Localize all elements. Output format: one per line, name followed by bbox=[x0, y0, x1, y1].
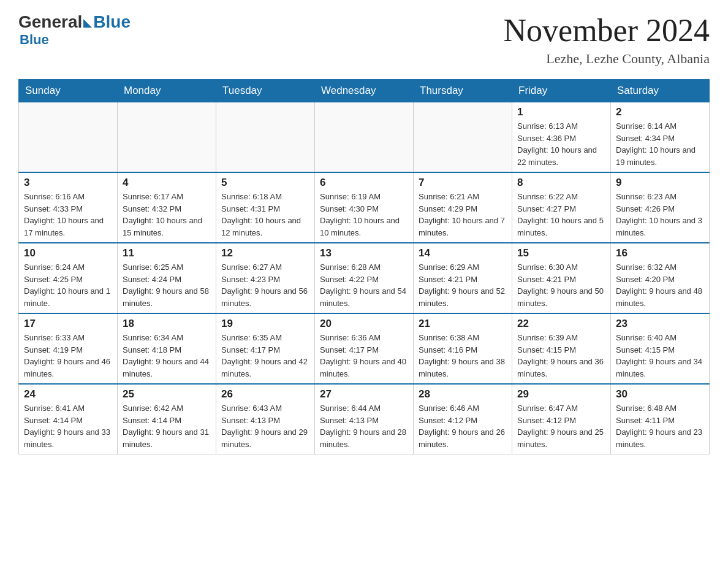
day-number: 9 bbox=[616, 177, 704, 189]
calendar-day-cell: 3Sunrise: 6:16 AMSunset: 4:33 PMDaylight… bbox=[19, 172, 118, 243]
day-info: Sunrise: 6:38 AMSunset: 4:16 PMDaylight:… bbox=[419, 332, 507, 380]
calendar-week-row: 17Sunrise: 6:33 AMSunset: 4:19 PMDayligh… bbox=[19, 313, 710, 384]
day-info: Sunrise: 6:30 AMSunset: 4:21 PMDaylight:… bbox=[517, 261, 605, 309]
day-number: 8 bbox=[517, 177, 605, 189]
calendar-day-cell: 24Sunrise: 6:41 AMSunset: 4:14 PMDayligh… bbox=[19, 384, 118, 454]
day-info: Sunrise: 6:42 AMSunset: 4:14 PMDaylight:… bbox=[123, 402, 211, 450]
calendar-week-row: 3Sunrise: 6:16 AMSunset: 4:33 PMDaylight… bbox=[19, 172, 710, 243]
calendar-day-cell: 30Sunrise: 6:48 AMSunset: 4:11 PMDayligh… bbox=[611, 384, 710, 454]
day-number: 18 bbox=[123, 318, 211, 330]
calendar-day-cell: 29Sunrise: 6:47 AMSunset: 4:12 PMDayligh… bbox=[512, 384, 611, 454]
day-info: Sunrise: 6:29 AMSunset: 4:21 PMDaylight:… bbox=[419, 261, 507, 309]
calendar-day-cell: 10Sunrise: 6:24 AMSunset: 4:25 PMDayligh… bbox=[19, 243, 118, 313]
calendar-day-cell: 20Sunrise: 6:36 AMSunset: 4:17 PMDayligh… bbox=[315, 313, 414, 384]
day-number: 15 bbox=[517, 247, 605, 259]
day-of-week-header: Wednesday bbox=[315, 80, 414, 102]
day-info: Sunrise: 6:13 AMSunset: 4:36 PMDaylight:… bbox=[517, 120, 605, 168]
calendar-day-cell: 17Sunrise: 6:33 AMSunset: 4:19 PMDayligh… bbox=[19, 313, 118, 384]
calendar-week-row: 24Sunrise: 6:41 AMSunset: 4:14 PMDayligh… bbox=[19, 384, 710, 454]
day-info: Sunrise: 6:34 AMSunset: 4:18 PMDaylight:… bbox=[123, 332, 211, 380]
day-number: 6 bbox=[320, 177, 408, 189]
calendar-day-cell: 9Sunrise: 6:23 AMSunset: 4:26 PMDaylight… bbox=[611, 172, 710, 243]
calendar-table: SundayMondayTuesdayWednesdayThursdayFrid… bbox=[18, 79, 710, 454]
calendar-day-cell: 22Sunrise: 6:39 AMSunset: 4:15 PMDayligh… bbox=[512, 313, 611, 384]
title-block: November 2024 Lezhe, Lezhe County, Alban… bbox=[504, 12, 710, 67]
day-info: Sunrise: 6:24 AMSunset: 4:25 PMDaylight:… bbox=[24, 261, 112, 309]
day-info: Sunrise: 6:46 AMSunset: 4:12 PMDaylight:… bbox=[419, 402, 507, 450]
day-info: Sunrise: 6:16 AMSunset: 4:33 PMDaylight:… bbox=[24, 191, 112, 239]
calendar-day-cell: 5Sunrise: 6:18 AMSunset: 4:31 PMDaylight… bbox=[216, 172, 315, 243]
calendar-day-cell bbox=[315, 102, 414, 173]
calendar-day-cell: 13Sunrise: 6:28 AMSunset: 4:22 PMDayligh… bbox=[315, 243, 414, 313]
logo-general-text: General bbox=[18, 12, 82, 32]
day-number: 25 bbox=[123, 388, 211, 400]
day-number: 1 bbox=[517, 106, 605, 118]
calendar-day-cell: 28Sunrise: 6:46 AMSunset: 4:12 PMDayligh… bbox=[414, 384, 512, 454]
day-number: 7 bbox=[419, 177, 507, 189]
calendar-day-cell bbox=[414, 102, 512, 173]
day-number: 3 bbox=[24, 177, 112, 189]
day-number: 2 bbox=[616, 106, 704, 118]
day-info: Sunrise: 6:14 AMSunset: 4:34 PMDaylight:… bbox=[616, 120, 704, 168]
day-number: 29 bbox=[517, 388, 605, 400]
logo-triangle-icon bbox=[83, 19, 92, 28]
day-info: Sunrise: 6:36 AMSunset: 4:17 PMDaylight:… bbox=[320, 332, 408, 380]
day-number: 16 bbox=[616, 247, 704, 259]
day-info: Sunrise: 6:41 AMSunset: 4:14 PMDaylight:… bbox=[24, 402, 112, 450]
day-info: Sunrise: 6:44 AMSunset: 4:13 PMDaylight:… bbox=[320, 402, 408, 450]
calendar-day-cell: 21Sunrise: 6:38 AMSunset: 4:16 PMDayligh… bbox=[414, 313, 512, 384]
calendar-day-cell bbox=[118, 102, 216, 173]
logo-blue-text: Blue bbox=[93, 12, 131, 32]
day-info: Sunrise: 6:43 AMSunset: 4:13 PMDaylight:… bbox=[221, 402, 309, 450]
logo-subtitle: Blue bbox=[20, 32, 49, 48]
location-text: Lezhe, Lezhe County, Albania bbox=[504, 51, 710, 67]
day-of-week-header: Saturday bbox=[611, 80, 710, 102]
day-number: 10 bbox=[24, 247, 112, 259]
day-info: Sunrise: 6:35 AMSunset: 4:17 PMDaylight:… bbox=[221, 332, 309, 380]
calendar-day-cell: 18Sunrise: 6:34 AMSunset: 4:18 PMDayligh… bbox=[118, 313, 216, 384]
day-info: Sunrise: 6:39 AMSunset: 4:15 PMDaylight:… bbox=[517, 332, 605, 380]
day-of-week-header: Tuesday bbox=[216, 80, 315, 102]
calendar-day-cell: 23Sunrise: 6:40 AMSunset: 4:15 PMDayligh… bbox=[611, 313, 710, 384]
day-of-week-header: Sunday bbox=[19, 80, 118, 102]
calendar-day-cell: 27Sunrise: 6:44 AMSunset: 4:13 PMDayligh… bbox=[315, 384, 414, 454]
calendar-day-cell: 16Sunrise: 6:32 AMSunset: 4:20 PMDayligh… bbox=[611, 243, 710, 313]
day-number: 28 bbox=[419, 388, 507, 400]
calendar-day-cell: 8Sunrise: 6:22 AMSunset: 4:27 PMDaylight… bbox=[512, 172, 611, 243]
day-number: 11 bbox=[123, 247, 211, 259]
day-info: Sunrise: 6:47 AMSunset: 4:12 PMDaylight:… bbox=[517, 402, 605, 450]
day-info: Sunrise: 6:21 AMSunset: 4:29 PMDaylight:… bbox=[419, 191, 507, 239]
day-info: Sunrise: 6:40 AMSunset: 4:15 PMDaylight:… bbox=[616, 332, 704, 380]
day-number: 26 bbox=[221, 388, 309, 400]
day-of-week-header: Thursday bbox=[414, 80, 512, 102]
day-info: Sunrise: 6:48 AMSunset: 4:11 PMDaylight:… bbox=[616, 402, 704, 450]
page-header: General Blue Blue November 2024 Lezhe, L… bbox=[18, 12, 710, 67]
day-number: 21 bbox=[419, 318, 507, 330]
calendar-day-cell: 11Sunrise: 6:25 AMSunset: 4:24 PMDayligh… bbox=[118, 243, 216, 313]
day-info: Sunrise: 6:17 AMSunset: 4:32 PMDaylight:… bbox=[123, 191, 211, 239]
day-number: 13 bbox=[320, 247, 408, 259]
day-info: Sunrise: 6:23 AMSunset: 4:26 PMDaylight:… bbox=[616, 191, 704, 239]
day-number: 24 bbox=[24, 388, 112, 400]
calendar-day-cell: 26Sunrise: 6:43 AMSunset: 4:13 PMDayligh… bbox=[216, 384, 315, 454]
day-info: Sunrise: 6:33 AMSunset: 4:19 PMDaylight:… bbox=[24, 332, 112, 380]
day-number: 4 bbox=[123, 177, 211, 189]
calendar-day-cell: 6Sunrise: 6:19 AMSunset: 4:30 PMDaylight… bbox=[315, 172, 414, 243]
month-title: November 2024 bbox=[504, 12, 710, 48]
day-number: 14 bbox=[419, 247, 507, 259]
day-info: Sunrise: 6:19 AMSunset: 4:30 PMDaylight:… bbox=[320, 191, 408, 239]
day-number: 20 bbox=[320, 318, 408, 330]
day-of-week-header: Friday bbox=[512, 80, 611, 102]
day-info: Sunrise: 6:27 AMSunset: 4:23 PMDaylight:… bbox=[221, 261, 309, 309]
day-number: 19 bbox=[221, 318, 309, 330]
logo: General Blue Blue bbox=[18, 12, 131, 48]
calendar-day-cell: 25Sunrise: 6:42 AMSunset: 4:14 PMDayligh… bbox=[118, 384, 216, 454]
day-number: 23 bbox=[616, 318, 704, 330]
calendar-day-cell: 1Sunrise: 6:13 AMSunset: 4:36 PMDaylight… bbox=[512, 102, 611, 173]
calendar-day-cell: 19Sunrise: 6:35 AMSunset: 4:17 PMDayligh… bbox=[216, 313, 315, 384]
calendar-week-row: 10Sunrise: 6:24 AMSunset: 4:25 PMDayligh… bbox=[19, 243, 710, 313]
day-of-week-header: Monday bbox=[118, 80, 216, 102]
calendar-day-cell: 15Sunrise: 6:30 AMSunset: 4:21 PMDayligh… bbox=[512, 243, 611, 313]
day-number: 5 bbox=[221, 177, 309, 189]
day-number: 17 bbox=[24, 318, 112, 330]
